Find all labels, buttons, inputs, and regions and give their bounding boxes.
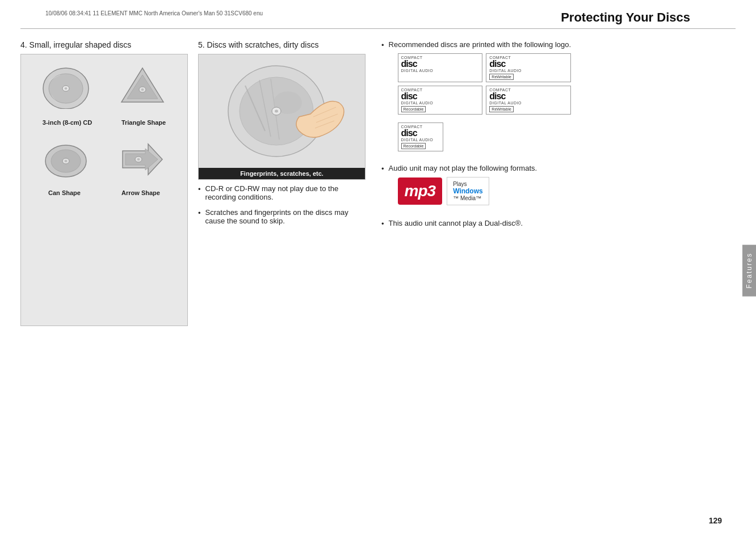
wm-windows: Windows: [453, 187, 483, 195]
formats-row: mp3 Plays Windows ™ Media™: [398, 177, 537, 205]
cd-logo-5-sub: DIGITAL AUDIO: [401, 138, 434, 142]
disc-row-top: [28, 64, 180, 109]
disc-item-arrow: [117, 140, 168, 179]
features-tab: Features: [742, 244, 756, 296]
windows-media-badge: Plays Windows ™ Media™: [447, 177, 489, 205]
section5-bullets: • CD-R or CD-RW may not play due to the …: [198, 184, 366, 225]
cd-logo-1-word: disc: [401, 60, 417, 69]
wm-plays: Plays: [453, 181, 467, 187]
can-icon: [40, 140, 91, 179]
label-triangle: Triangle Shape: [121, 119, 166, 126]
scratch-disc-area: [199, 54, 365, 168]
svg-point-3: [65, 87, 68, 90]
cd-logo-4: COMPACT disc DIGITAL AUDIO ReWritable: [486, 86, 571, 115]
label-cd: 3-inch (8-cm) CD: [43, 119, 92, 126]
cd-logo-2-word: disc: [489, 60, 505, 69]
main-content: 4. Small, irregular shaped discs: [20, 40, 736, 326]
disc-labels-row1: 3-inch (8-cm) CD Triangle Shape: [28, 116, 180, 126]
section-right: • Recommended discs are printed with the…: [381, 40, 736, 326]
cd-icon: [40, 64, 91, 109]
disc-item-triangle: [117, 64, 168, 109]
section4-title: 4. Small, irregular shaped discs: [20, 40, 188, 49]
cd-logo-3-word: disc: [401, 92, 417, 101]
arrow-icon: [117, 140, 168, 179]
page: 10/08/06 08:34:41 11 ELEMENT MMC North A…: [0, 0, 756, 541]
cd-logo-5-badge: Recordable: [401, 143, 426, 149]
wm-media: ™ Media™: [453, 195, 481, 201]
bullet-dot-r1: •: [381, 41, 384, 49]
disc-box: 3-inch (8-cm) CD Triangle Shape: [20, 54, 188, 326]
section5-bullet1: • CD-R or CD-RW may not play due to the …: [198, 184, 366, 201]
disc-labels-row2: Can Shape Arrow Shape: [28, 186, 180, 196]
scratch-image-container: Fingerprints, scratches, etc.: [198, 54, 366, 180]
bullet-dot-2: •: [198, 209, 201, 217]
bullet-dot-r3: •: [381, 219, 384, 228]
mp3-label: m: [405, 182, 418, 200]
page-number: 129: [709, 516, 722, 525]
section5: 5. Discs with scratches, dirty discs: [198, 40, 366, 326]
cd-logo-1-sub: DIGITAL AUDIO: [401, 69, 434, 73]
disc-item-can: [40, 140, 91, 179]
cd-logo-5-word: disc: [401, 129, 417, 138]
svg-point-9: [141, 88, 144, 91]
section5-bullet2-text: Scratches and fingerprints on the discs …: [205, 208, 366, 225]
cd-logo-1: COMPACT disc DIGITAL AUDIO: [398, 53, 483, 82]
section5-bullet1-text: CD-R or CD-RW may not play due to the re…: [205, 184, 366, 201]
mp3-p3: p3: [418, 182, 435, 200]
label-can: Can Shape: [48, 189, 81, 196]
section4: 4. Small, irregular shaped discs: [20, 40, 188, 326]
cd-logo-2-badge: ReWritable: [489, 74, 514, 80]
right-bullet1: • Recommended discs are printed with the…: [381, 40, 736, 157]
cd-logo-4-sub: DIGITAL AUDIO: [489, 101, 522, 105]
bullet-dot-r2: •: [381, 164, 384, 173]
page-title: Protecting Your Discs: [561, 10, 713, 25]
disc-row-bottom: [28, 140, 180, 179]
right-bullet2: • Audio unit may not play the following …: [381, 164, 736, 212]
section5-bullet2: • Scratches and fingerprints on the disc…: [198, 208, 366, 225]
bullet-dot-1: •: [198, 185, 201, 193]
disc-item-cd: [40, 64, 91, 109]
cd-logo-3-badge: Recordable: [401, 106, 426, 112]
mp3-badge: mp3: [398, 177, 443, 205]
svg-point-25: [275, 110, 278, 113]
svg-point-13: [65, 160, 68, 162]
section5-title: 5. Discs with scratches, dirty discs: [198, 40, 366, 49]
right-bullet1-text: Recommended discs are printed with the f…: [389, 40, 572, 49]
cd-logo-3: COMPACT disc DIGITAL AUDIO Recordable: [398, 86, 483, 115]
right-bullet2-text: Audio unit may not play the following fo…: [389, 164, 537, 172]
right-bullet1-content: Recommended discs are printed with the f…: [389, 40, 572, 157]
cd-logo-5: COMPACT disc DIGITAL AUDIO Recordable: [398, 122, 443, 151]
cd-logo-4-word: disc: [489, 92, 505, 101]
cd-logo-2-sub: DIGITAL AUDIO: [489, 69, 522, 73]
cd-logo-4-badge: ReWritable: [489, 106, 514, 112]
right-bullet3-text: This audio unit cannot play a Dual-disc®…: [389, 219, 523, 227]
right-bullet3: • This audio unit cannot play a Dual-dis…: [381, 219, 736, 228]
logos-grid: COMPACT disc DIGITAL AUDIO COMPACT disc …: [398, 53, 572, 115]
cd-logo-2: COMPACT disc DIGITAL AUDIO ReWritable: [486, 53, 571, 82]
cd-logo-3-sub: DIGITAL AUDIO: [401, 101, 434, 105]
scratch-disc-svg: [214, 57, 350, 165]
right-bullet2-content: Audio unit may not play the following fo…: [389, 164, 537, 212]
label-arrow: Arrow Shape: [121, 189, 160, 196]
page-header: Protecting Your Discs: [20, 10, 736, 29]
scratch-caption: Fingerprints, scratches, etc.: [199, 168, 365, 179]
svg-point-17: [137, 158, 140, 160]
triangle-icon: [117, 64, 168, 109]
